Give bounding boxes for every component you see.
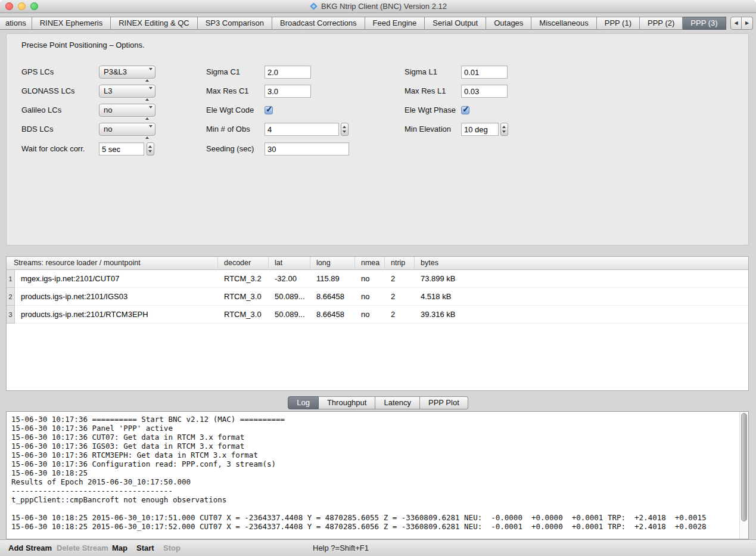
- titlebar: BKG Ntrip Client (BNC) Version 2.12: [0, 0, 756, 13]
- tab-log[interactable]: Log: [288, 396, 319, 409]
- delete-stream-button: Delete Stream: [57, 540, 108, 556]
- col-lat: lat: [269, 257, 310, 270]
- stream-decoder: RTCM_3.0: [224, 288, 262, 306]
- add-stream-button[interactable]: Add Stream: [8, 540, 52, 556]
- min-elevation-label: Min Elevation: [405, 123, 451, 136]
- row-number: 2: [7, 288, 15, 306]
- tab-latency[interactable]: Latency: [375, 396, 420, 409]
- minimize-window-button[interactable]: [18, 2, 26, 10]
- help-shortcut-label: Help ?=Shift+F1: [313, 540, 369, 556]
- stream-ntrip: 2: [391, 306, 395, 324]
- sigma-l1-label: Sigma L1: [405, 66, 437, 79]
- tab-observations-partial[interactable]: ations: [0, 17, 32, 30]
- streams-table: Streams: resource loader / mountpoint de…: [6, 256, 749, 391]
- max-res-c1-input[interactable]: [265, 85, 311, 98]
- stream-nmea: no: [361, 288, 369, 306]
- tab-rinex-editing-qc[interactable]: RINEX Editing & QC: [111, 17, 198, 30]
- stream-row[interactable]: 2 products.igs-ip.net:2101/IGS03 RTCM_3.…: [7, 288, 748, 306]
- start-button[interactable]: Start: [136, 540, 154, 556]
- tab-feed-engine[interactable]: Feed Engine: [365, 17, 425, 30]
- row-number: 3: [7, 306, 15, 324]
- tab-ppp-1[interactable]: PPP (1): [597, 17, 640, 30]
- log-vertical-scrollbar[interactable]: [739, 412, 748, 539]
- streams-table-header: Streams: resource loader / mountpoint de…: [7, 257, 748, 270]
- stream-lat: 50.089...: [275, 306, 305, 324]
- log-text: 15-06-30 10:17:36 ========== Start BNC v…: [11, 415, 738, 531]
- stream-bytes: 39.316 kB: [421, 306, 456, 324]
- col-ntrip: ntrip: [385, 257, 415, 270]
- stream-bytes: 73.899 kB: [421, 270, 456, 288]
- stop-button: Stop: [163, 540, 181, 556]
- tab-miscellaneous[interactable]: Miscellaneous: [531, 17, 596, 30]
- tab-rinex-ephemeris[interactable]: RINEX Ephemeris: [32, 17, 111, 30]
- stream-row[interactable]: 3 products.igs-ip.net:2101/RTCM3EPH RTCM…: [7, 306, 748, 324]
- ele-wgt-code-checkbox[interactable]: [265, 106, 273, 114]
- sigma-c1-input[interactable]: [265, 66, 311, 79]
- ele-wgt-phase-label: Ele Wgt Phase: [405, 104, 456, 117]
- galileo-lcs-value: no: [104, 105, 112, 114]
- tab-outages[interactable]: Outages: [486, 17, 531, 30]
- map-button[interactable]: Map: [112, 540, 127, 556]
- gps-lcs-value: P3&L3: [104, 67, 127, 76]
- stream-long: 8.66458: [316, 306, 344, 324]
- combo-arrows-icon: [145, 126, 153, 138]
- zoom-window-button[interactable]: [30, 2, 38, 10]
- galileo-lcs-select[interactable]: no: [99, 104, 155, 117]
- stream-mountpoint: products.igs-ip.net:2101/RTCM3EPH: [21, 306, 148, 324]
- tab-broadcast-corrections[interactable]: Broadcast Corrections: [272, 17, 365, 30]
- galileo-lcs-label: Galileo LCs: [21, 104, 61, 117]
- stream-ntrip: 2: [391, 288, 395, 306]
- stream-long: 115.89: [316, 270, 340, 288]
- col-long: long: [310, 257, 355, 270]
- bds-lcs-select[interactable]: no: [99, 123, 155, 136]
- tab-serial-output[interactable]: Serial Output: [425, 17, 486, 30]
- bds-lcs-value: no: [104, 125, 112, 133]
- combo-arrows-icon: [145, 107, 153, 119]
- stream-nmea: no: [361, 306, 369, 324]
- tab-ppp-2[interactable]: PPP (2): [640, 17, 683, 30]
- combo-arrows-icon: [145, 88, 153, 100]
- ele-wgt-phase-checkbox[interactable]: [461, 106, 469, 114]
- stream-decoder: RTCM_3.2: [224, 270, 262, 288]
- min-elevation-input[interactable]: [461, 123, 499, 136]
- tab-ppp-plot[interactable]: PPP Plot: [420, 396, 468, 409]
- window-controls: [5, 2, 38, 10]
- glonass-lcs-label: GLONASS LCs: [21, 85, 75, 98]
- tab-scroll-left-icon[interactable]: ◀: [730, 17, 742, 30]
- ele-wgt-code-label: Ele Wgt Code: [206, 104, 254, 117]
- max-res-l1-label: Max Res L1: [405, 85, 446, 98]
- wait-clock-stepper[interactable]: [147, 142, 154, 156]
- min-obs-input[interactable]: [265, 123, 339, 136]
- glonass-lcs-value: L3: [104, 86, 112, 95]
- combo-arrows-icon: [145, 69, 153, 81]
- col-nmea: nmea: [355, 257, 385, 270]
- tab-sp3-comparison[interactable]: SP3 Comparison: [198, 17, 272, 30]
- gps-lcs-select[interactable]: P3&L3: [99, 66, 155, 79]
- col-mountpoint: Streams: resource loader / mountpoint: [7, 257, 218, 270]
- wait-clock-input[interactable]: [99, 142, 144, 156]
- window-title-area: BKG Ntrip Client (BNC) Version 2.12: [0, 0, 756, 13]
- stream-mountpoint: mgex.igs-ip.net:2101/CUT07: [21, 270, 119, 288]
- min-elevation-stepper[interactable]: [500, 123, 508, 136]
- bds-lcs-label: BDS LCs: [21, 123, 53, 136]
- stream-row[interactable]: 1 mgex.igs-ip.net:2101/CUT07 RTCM_3.2 -3…: [7, 270, 748, 288]
- seeding-input[interactable]: [265, 142, 349, 156]
- min-obs-stepper[interactable]: [341, 123, 349, 136]
- tab-scroll-right-icon[interactable]: ▶: [742, 17, 753, 30]
- sigma-l1-input[interactable]: [461, 66, 508, 79]
- stream-nmea: no: [361, 270, 369, 288]
- row-number: 1: [7, 270, 15, 288]
- tab-ppp-3[interactable]: PPP (3): [683, 17, 726, 30]
- stream-bytes: 4.518 kB: [421, 288, 451, 306]
- stream-ntrip: 2: [391, 270, 395, 288]
- stream-lat: 50.089...: [275, 288, 305, 306]
- col-decoder: decoder: [218, 257, 269, 270]
- close-window-button[interactable]: [5, 2, 13, 10]
- log-panel-tabbar: Log Throughput Latency PPP Plot: [0, 396, 756, 409]
- stream-long: 8.66458: [316, 288, 344, 306]
- scrollbar-thumb[interactable]: [741, 413, 747, 521]
- tab-throughput[interactable]: Throughput: [319, 396, 376, 409]
- max-res-l1-input[interactable]: [461, 85, 508, 98]
- glonass-lcs-select[interactable]: L3: [99, 85, 155, 98]
- wait-clock-label: Wait for clock corr.: [21, 142, 85, 156]
